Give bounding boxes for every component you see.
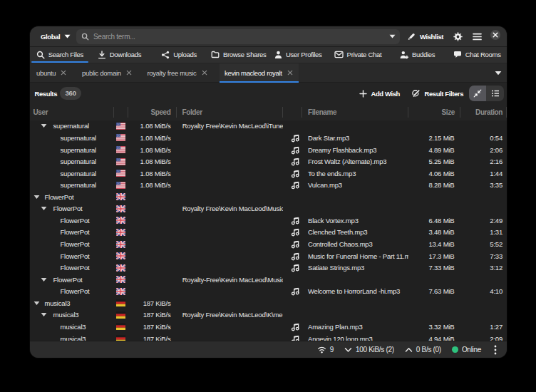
result-row[interactable]: supernatural1.08 MiB/sDreamy Flashback.m… (30, 144, 507, 156)
main-tab-search-files[interactable]: Search Files (30, 47, 90, 63)
main-tab-buddies[interactable]: Buddies (388, 47, 448, 63)
download-rate-status[interactable]: 100 KiB/s (2) (344, 346, 394, 354)
search-tab-royalty-free-music[interactable]: royalty free music (143, 63, 213, 83)
main-menu-button[interactable] (468, 29, 485, 44)
column-header-duration[interactable]: Duration (460, 104, 507, 120)
main-tab-chat-rooms[interactable]: Chat Rooms (447, 47, 507, 63)
main-tab-label: Private Chat (347, 51, 382, 58)
search-tab-ubuntu[interactable]: ubuntu (31, 63, 72, 83)
user-cell: FlowerPot (30, 203, 114, 215)
result-row[interactable]: supernatural1.08 MiB/sVulcan.mp38.28 MiB… (30, 179, 507, 191)
column-header-file-icon[interactable] (283, 104, 303, 120)
result-filters-button[interactable]: Result Filters (407, 85, 468, 102)
result-row[interactable]: FlowerPotWelcome to HorrorLand -hi.mp37.… (30, 285, 507, 297)
filename-cell (302, 120, 408, 133)
result-row[interactable]: musical3187 KiB/sAngevin 120 loop.mp34.9… (30, 333, 507, 341)
users-online-count: 9 (330, 346, 334, 354)
column-header-filename[interactable]: Filename (302, 104, 408, 120)
country-flag-us-icon (114, 167, 128, 180)
column-header-flag[interactable] (114, 104, 128, 120)
size-cell: 4.06 MiB (408, 167, 460, 180)
search-tab-kevin-macleod-royalt[interactable]: kevin macleod royalt (220, 63, 299, 83)
expander-icon[interactable] (41, 206, 47, 211)
search-tab-public-domain[interactable]: public domain (77, 63, 138, 83)
result-row[interactable]: supernatural1.08 MiB/sTo the ends.mp34.0… (30, 167, 507, 180)
size-cell (408, 274, 460, 286)
file-icon-cell (283, 238, 303, 250)
column-header-folder[interactable]: Folder (177, 104, 283, 120)
result-row[interactable]: musical3187 KiB/sRoyalty Free\Kevin MacL… (30, 309, 507, 321)
user-name: FlowerPot (61, 252, 90, 260)
expander-icon[interactable] (34, 301, 40, 306)
duration-cell: 0:54 (460, 132, 507, 144)
tab-overflow-button[interactable] (491, 63, 505, 83)
file-icon-cell (283, 285, 303, 297)
result-row[interactable]: FlowerPotMusic for Funeral Home - Part 1… (30, 250, 507, 262)
folder-cell: Royalty Free\Kevin MacLeod\iTunes (177, 120, 283, 133)
result-row[interactable]: musical3187 KiB/sAmazing Plan.mp33.32 Mi… (30, 321, 507, 333)
wishlist-button[interactable]: Wishlist (403, 29, 448, 44)
main-tab-downloads[interactable]: Downloads (90, 47, 150, 63)
window-close-button[interactable] (490, 30, 500, 40)
result-row[interactable]: FlowerPotSatiate Strings.mp37.33 MiB3:12 (30, 262, 507, 274)
main-tab-browse-shares[interactable]: Browse Shares (209, 47, 269, 63)
preferences-button[interactable] (449, 29, 466, 44)
results-count-badge: 360 (60, 87, 81, 100)
search-history-dropdown-button[interactable] (385, 29, 400, 44)
expander-icon[interactable] (34, 195, 40, 200)
result-row[interactable]: musical3187 KiB/s (30, 297, 507, 309)
country-flag-gb-icon (114, 250, 128, 262)
duration-cell (460, 274, 507, 286)
size-cell (408, 191, 460, 203)
add-wish-button[interactable]: Add Wish (355, 85, 404, 102)
tab-close-icon[interactable] (202, 70, 207, 76)
size-value: 4.94 MiB (429, 335, 455, 341)
main-tab-private-chat[interactable]: Private Chat (328, 47, 388, 63)
search-tab-label: kevin macleod royalt (225, 69, 282, 77)
speed-cell: 1.08 MiB/s (128, 155, 177, 167)
country-flag-gb-icon (114, 215, 128, 227)
result-row[interactable]: FlowerPotClenched Teeth.mp33.48 MiB1:31 (30, 227, 507, 239)
user-cell: FlowerPot (30, 215, 114, 227)
result-row[interactable]: supernatural1.08 MiB/sFrost Waltz (Alter… (30, 155, 507, 167)
column-header-user[interactable]: User (30, 104, 114, 120)
size-cell (408, 120, 460, 133)
column-header-label: Size (442, 108, 455, 116)
status-menu-button[interactable] (488, 345, 503, 355)
users-online-status[interactable]: 9 (317, 346, 334, 354)
result-row[interactable]: FlowerPotRoyalty-Free\Kevin MacLeod\Musi… (30, 274, 507, 286)
result-row[interactable]: FlowerPotRoyalty Free\Kevin MacLeod\Musi… (30, 203, 507, 215)
size-cell (408, 309, 460, 321)
expander-icon[interactable] (41, 312, 47, 317)
list-view-toggle[interactable] (486, 86, 504, 101)
result-row[interactable]: FlowerPot (30, 191, 507, 203)
connection-status[interactable]: Online (452, 346, 481, 354)
search-scope-button[interactable]: Global (36, 29, 76, 44)
tab-close-icon[interactable] (61, 70, 66, 76)
result-row[interactable]: FlowerPotBlack Vortex.mp36.48 MiB2:49 (30, 215, 507, 227)
result-row[interactable]: supernatural1.08 MiB/sRoyalty Free\Kevin… (30, 120, 507, 133)
expander-icon[interactable] (41, 123, 47, 128)
folder-path: Royalty Free\Kevin MacLeod\K\me (182, 311, 283, 319)
upload-rate-status[interactable]: 0 B/s (0) (405, 346, 441, 354)
folder-cell (177, 167, 283, 180)
search-input[interactable]: Search term... (76, 29, 400, 44)
main-tab-uploads[interactable]: Uploads (149, 47, 209, 63)
result-row[interactable]: FlowerPotControlled Chaos.mp313.4 MiB5:5… (30, 238, 507, 250)
dropdown-arrow-icon (389, 34, 396, 38)
tab-close-icon[interactable] (126, 70, 132, 76)
user-cell: musical3 (30, 321, 114, 333)
filename: Controlled Chaos.mp3 (308, 240, 373, 248)
hamburger-menu-icon (473, 33, 482, 41)
expander-icon[interactable] (41, 277, 47, 282)
user-name: musical3 (61, 323, 86, 331)
result-row[interactable]: supernatural1.08 MiB/sDark Star.mp32.15 … (30, 132, 507, 144)
main-tab-user-profiles[interactable]: User Profiles (269, 47, 329, 63)
collapse-all-toggle[interactable] (469, 86, 487, 101)
column-header-size[interactable]: Size (408, 104, 460, 120)
app-window: Global Search term... (30, 26, 507, 359)
folder-cell: Royalty-Free\Kevin MacLeod\Music (177, 274, 283, 286)
tab-close-icon[interactable] (287, 70, 293, 76)
column-header-speed[interactable]: Speed (128, 104, 177, 120)
country-flag-us-icon (114, 144, 128, 156)
